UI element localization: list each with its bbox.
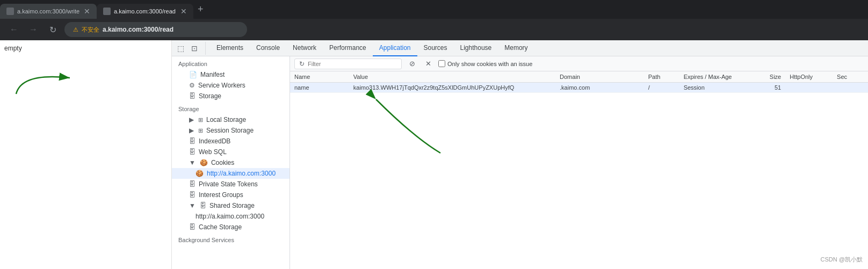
devtools-inspect-button[interactable]: ⊡ [188, 42, 201, 55]
devtools-panel: ⬚ ⊡ Elements Console Network Performance… [172, 40, 868, 269]
sidebar-item-local-storage[interactable]: ▶ ⊞ Local Storage [172, 114, 290, 125]
filter-input-container[interactable]: ↻ [294, 59, 402, 69]
tab-close-read[interactable]: ✕ [180, 8, 187, 15]
back-button[interactable]: ← [6, 22, 21, 37]
cookie-value: kaimo313.WWH17jTqdQxr2z9tqZ5sXlDGmUhUPyZ… [349, 83, 555, 93]
cookie-domain: .kaimo.com [555, 83, 644, 93]
tab-performance[interactable]: Performance [323, 40, 373, 56]
security-warning-icon: ⚠ [73, 26, 78, 33]
col-header-domain: Domain [555, 71, 644, 83]
cookie-expires: Session [679, 83, 750, 93]
refresh-button[interactable]: ↻ [45, 22, 60, 37]
table-header-row: Name Value Domain Path Expires / Max-Age… [290, 71, 868, 83]
sidebar-item-cookies-url[interactable]: 🍪 http://a.kaimo.com:3000 [172, 168, 290, 179]
col-header-size: Size [750, 71, 785, 83]
sidebar-item-manifest[interactable]: 📄 Manifest [172, 69, 290, 80]
forward-button[interactable]: → [26, 22, 41, 37]
col-header-httponly: HttpOnly [785, 71, 833, 83]
devtools-tabs: Elements Console Network Performance App… [210, 40, 534, 56]
sidebar-item-shared-storage-url[interactable]: http://a.kaimo.com:3000 [172, 211, 290, 222]
cache-storage-icon: 🗄 [189, 223, 196, 231]
cookie-sec [833, 83, 868, 93]
devtools-sidebar: Application 📄 Manifest ⚙ Service Workers… [172, 56, 290, 269]
refresh-cookies-icon[interactable]: ↻ [299, 60, 305, 68]
cookie-httponly [785, 83, 833, 93]
tab-read[interactable]: a.kaimo.com:3000/read ✕ [97, 4, 193, 19]
col-header-sec: Sec [833, 71, 868, 83]
cookies-data-table: Name Value Domain Path Expires / Max-Age… [290, 71, 868, 93]
sidebar-item-indexeddb[interactable]: 🗄 IndexedDB [172, 136, 290, 147]
local-storage-expand-icon: ▶ [189, 116, 194, 123]
col-header-name: Name [290, 71, 349, 83]
devtools-dock-button[interactable]: ⬚ [174, 42, 187, 55]
cookie-name: name [290, 83, 349, 93]
tab-favicon-write [6, 8, 14, 15]
address-text: a.kaimo.com:3000/read [103, 26, 173, 33]
sidebar-item-service-workers[interactable]: ⚙ Service Workers [172, 80, 290, 91]
devtools-toolbar: ⬚ ⊡ Elements Console Network Performance… [172, 40, 868, 56]
show-issues-checkbox[interactable] [438, 60, 445, 67]
devtools-content: Application 📄 Manifest ⚙ Service Workers… [172, 56, 868, 269]
manifest-icon: 📄 [189, 71, 197, 78]
shared-storage-expand-icon: ▼ [189, 202, 196, 209]
cookies-url-icon: 🍪 [196, 170, 204, 177]
session-storage-expand-icon: ▶ [189, 127, 194, 134]
devtools-toolbar-left: ⬚ ⊡ [174, 42, 206, 55]
tab-favicon-read [103, 8, 111, 15]
page-content: empty [0, 40, 172, 269]
tab-sources[interactable]: Sources [417, 40, 454, 56]
clear-cookies-button[interactable]: ⊘ [406, 58, 418, 70]
cookies-expand-icon: ▼ [189, 159, 196, 166]
close-filter-button[interactable]: ✕ [422, 58, 434, 70]
tab-title-write: a.kaimo.com:3000/write [17, 8, 81, 14]
new-tab-button[interactable]: + [193, 4, 208, 15]
annotation-arrow-1 [11, 56, 81, 99]
sidebar-item-session-storage[interactable]: ▶ ⊞ Session Storage [172, 125, 290, 136]
application-section-label: Application [172, 56, 290, 69]
sidebar-item-web-sql[interactable]: 🗄 Web SQL [172, 147, 290, 157]
indexeddb-icon: 🗄 [189, 137, 196, 145]
sidebar-item-cache-storage[interactable]: 🗄 Cache Storage [172, 222, 290, 232]
filter-input[interactable] [308, 61, 378, 67]
tab-memory[interactable]: Memory [498, 40, 534, 56]
tab-console[interactable]: Console [250, 40, 286, 56]
tab-network[interactable]: Network [286, 40, 323, 56]
tab-write[interactable]: a.kaimo.com:3000/write ✕ [0, 4, 97, 19]
cookies-icon: 🍪 [200, 159, 208, 166]
background-services-label: Background Services [172, 232, 290, 245]
sidebar-item-storage-app[interactable]: 🗄 Storage [172, 91, 290, 101]
cookies-main-panel: ↻ ⊘ ✕ Only show cookies with an issue [290, 56, 868, 269]
storage-section-label: Storage [172, 101, 290, 114]
page-empty-label: empty [4, 45, 22, 52]
sidebar-item-cookies[interactable]: ▼ 🍪 Cookies [172, 157, 290, 168]
service-workers-icon: ⚙ [189, 82, 195, 89]
browser-chrome: a.kaimo.com:3000/write ✕ a.kaimo.com:300… [0, 0, 868, 19]
sidebar-item-shared-storage[interactable]: ▼ 🗄 Shared Storage [172, 200, 290, 211]
sidebar-item-private-state-tokens[interactable]: 🗄 Private State Tokens [172, 179, 290, 190]
private-state-tokens-icon: 🗄 [189, 180, 196, 188]
col-header-value: Value [349, 71, 555, 83]
session-storage-table-icon: ⊞ [198, 127, 203, 134]
tab-title-read: a.kaimo.com:3000/read [114, 8, 177, 14]
tab-bar: a.kaimo.com:3000/write ✕ a.kaimo.com:300… [0, 0, 208, 19]
interest-groups-icon: 🗄 [189, 191, 196, 199]
col-header-expires: Expires / Max-Age [679, 71, 750, 83]
col-header-path: Path [644, 71, 679, 83]
local-storage-table-icon: ⊞ [198, 117, 203, 123]
table-row[interactable]: name kaimo313.WWH17jTqdQxr2z9tqZ5sXlDGmU… [290, 83, 868, 93]
tab-elements[interactable]: Elements [210, 40, 250, 56]
tab-lighthouse[interactable]: Lighthouse [454, 40, 498, 56]
address-input[interactable]: ⚠ 不安全 a.kaimo.com:3000/read [64, 22, 247, 37]
sidebar-item-interest-groups[interactable]: 🗄 Interest Groups [172, 190, 290, 200]
tab-close-write[interactable]: ✕ [84, 8, 90, 15]
show-issues-checkbox-label[interactable]: Only show cookies with an issue [438, 60, 532, 67]
web-sql-icon: 🗄 [189, 148, 196, 156]
cookies-table: Name Value Domain Path Expires / Max-Age… [290, 71, 868, 269]
security-warning-text: 不安全 [82, 26, 99, 34]
show-issues-label: Only show cookies with an issue [447, 61, 532, 67]
cookie-path: / [644, 83, 679, 93]
watermark: CSDN @凯小默 [821, 256, 863, 264]
cookie-size: 51 [750, 83, 785, 93]
storage-app-icon: 🗄 [189, 92, 196, 100]
tab-application[interactable]: Application [373, 40, 417, 56]
